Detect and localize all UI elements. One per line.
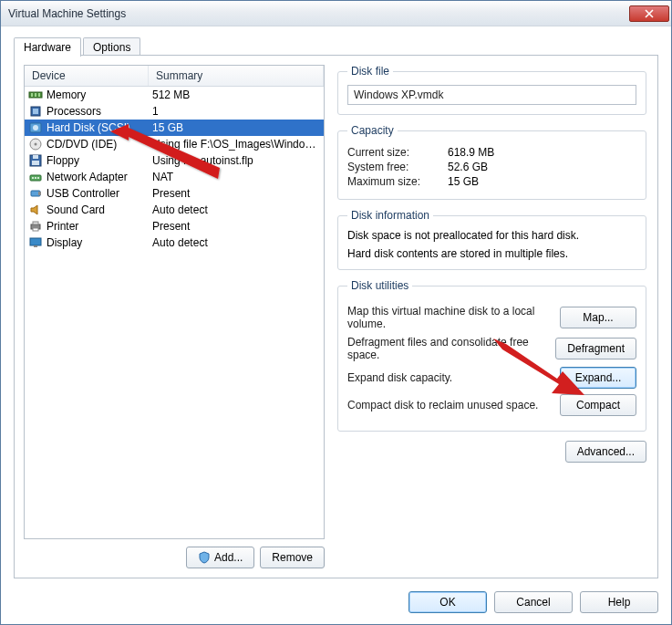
memory-icon — [28, 88, 43, 102]
svg-rect-22 — [30, 238, 41, 245]
maximum-size-label: Maximum size: — [347, 175, 448, 188]
device-name: Memory — [47, 89, 86, 101]
device-table-body: Memory512 MBProcessors1Hard Disk (SCSI)1… — [25, 87, 324, 251]
col-summary[interactable]: Summary — [149, 66, 324, 86]
device-row-sound[interactable]: Sound CardAuto detect — [25, 202, 324, 218]
bottom-buttons: OK Cancel Help — [408, 591, 658, 613]
map-desc: Map this virtual machine disk to a local… — [347, 305, 553, 330]
device-name: Hard Disk (SCSI) — [47, 121, 130, 134]
current-size-label: Current size: — [347, 146, 448, 159]
device-row-hdd[interactable]: Hard Disk (SCSI)15 GB — [25, 120, 324, 136]
device-table: Device Summary Memory512 MBProcessors1Ha… — [24, 65, 325, 539]
cancel-button[interactable]: Cancel — [494, 591, 573, 613]
device-row-cpu[interactable]: Processors1 — [25, 103, 324, 120]
device-summary: Present — [149, 187, 324, 200]
window-title: Virtual Machine Settings — [8, 7, 629, 20]
defragment-button[interactable]: Defragment — [555, 338, 636, 359]
svg-rect-15 — [35, 177, 36, 179]
tab-panel-hardware: Device Summary Memory512 MBProcessors1Ha… — [14, 55, 658, 578]
svg-rect-1 — [31, 93, 33, 97]
device-name: Sound Card — [47, 203, 105, 216]
svg-rect-11 — [33, 155, 38, 159]
device-summary: Present — [149, 220, 324, 233]
disk-file-legend: Disk file — [347, 65, 393, 78]
remove-button[interactable]: Remove — [260, 547, 325, 568]
disk-info-group: Disk information Disk space is not preal… — [337, 209, 646, 270]
svg-rect-16 — [37, 177, 39, 179]
tab-hardware[interactable]: Hardware — [14, 37, 81, 57]
defragment-desc: Defragment files and consolidate free sp… — [347, 336, 548, 361]
system-free-value: 52.6 GB — [448, 161, 488, 173]
svg-rect-2 — [35, 93, 36, 97]
close-button[interactable] — [629, 5, 669, 22]
device-name: Display — [47, 236, 82, 249]
device-row-floppy[interactable]: FloppyUsing file autoinst.flp — [25, 152, 324, 169]
net-icon — [28, 170, 43, 184]
disk-info-line1: Disk space is not preallocated for this … — [347, 229, 636, 242]
disk-utilities-group: Disk utilities Map this virtual machine … — [337, 279, 646, 432]
add-button-label: Add... — [214, 551, 243, 564]
help-button[interactable]: Help — [580, 591, 658, 613]
compact-button[interactable]: Compact — [560, 394, 636, 416]
advanced-button[interactable]: Advanced... — [565, 441, 646, 463]
titlebar: Virtual Machine Settings — [1, 1, 671, 26]
device-name: USB Controller — [47, 187, 119, 200]
disk-info-legend: Disk information — [347, 209, 433, 222]
device-name: Floppy — [47, 154, 79, 167]
cd-icon — [28, 137, 43, 151]
map-button[interactable]: Map... — [560, 307, 636, 328]
expand-button[interactable]: Expand... — [560, 367, 636, 389]
svg-rect-23 — [34, 245, 37, 247]
svg-rect-20 — [33, 222, 38, 224]
device-summary: 15 GB — [149, 121, 324, 134]
disk-info-line2: Hard disk contents are stored in multipl… — [347, 247, 636, 260]
close-icon — [645, 9, 654, 18]
device-summary: NAT — [149, 171, 324, 183]
device-summary: Using file F:\OS_Images\Windows... — [149, 138, 324, 151]
device-name: CD/DVD (IDE) — [47, 138, 117, 151]
svg-rect-14 — [32, 177, 34, 179]
disk-utilities-legend: Disk utilities — [347, 279, 412, 292]
svg-rect-18 — [38, 192, 41, 195]
floppy-icon — [28, 153, 43, 168]
disk-file-group: Disk file — [337, 65, 646, 115]
ok-button[interactable]: OK — [408, 591, 487, 613]
current-size-value: 618.9 MB — [448, 146, 494, 159]
expand-desc: Expand disk capacity. — [347, 371, 553, 384]
content-area: Hardware Options Device Summary Memory51… — [1, 26, 671, 624]
device-summary: 512 MB — [149, 89, 324, 101]
device-row-usb[interactable]: USB ControllerPresent — [25, 185, 324, 202]
usb-icon — [28, 186, 43, 201]
printer-icon — [28, 219, 43, 234]
tab-options[interactable]: Options — [83, 37, 140, 57]
disk-file-input[interactable] — [347, 85, 636, 105]
shield-icon — [198, 551, 211, 564]
svg-rect-12 — [32, 161, 39, 165]
device-summary: Auto detect — [149, 236, 324, 249]
device-summary: Using file autoinst.flp — [149, 154, 324, 167]
device-list-panel: Device Summary Memory512 MBProcessors1Ha… — [24, 65, 325, 568]
device-row-net[interactable]: Network AdapterNAT — [25, 169, 324, 185]
svg-rect-3 — [38, 93, 40, 97]
display-icon — [28, 235, 43, 250]
col-device[interactable]: Device — [25, 66, 149, 86]
device-table-header: Device Summary — [25, 66, 324, 87]
device-summary: 1 — [149, 105, 324, 118]
system-free-label: System free: — [347, 161, 448, 173]
compact-desc: Compact disk to reclaim unused space. — [347, 399, 553, 411]
svg-rect-5 — [33, 109, 38, 114]
add-button[interactable]: Add... — [186, 547, 254, 568]
svg-point-9 — [35, 143, 37, 146]
device-row-display[interactable]: DisplayAuto detect — [25, 234, 324, 251]
tabs: Hardware Options — [14, 36, 658, 57]
device-row-printer[interactable]: PrinterPresent — [25, 218, 324, 234]
svg-rect-21 — [33, 228, 38, 231]
capacity-group: Capacity Current size:618.9 MB System fr… — [337, 124, 646, 200]
device-summary: Auto detect — [149, 203, 324, 216]
hdd-icon — [28, 120, 43, 135]
device-row-cd[interactable]: CD/DVD (IDE)Using file F:\OS_Images\Wind… — [25, 136, 324, 152]
device-row-memory[interactable]: Memory512 MB — [25, 87, 324, 103]
device-details-panel: Disk file Capacity Current size:618.9 MB… — [337, 65, 648, 568]
maximum-size-value: 15 GB — [448, 175, 479, 188]
sound-icon — [28, 203, 43, 217]
